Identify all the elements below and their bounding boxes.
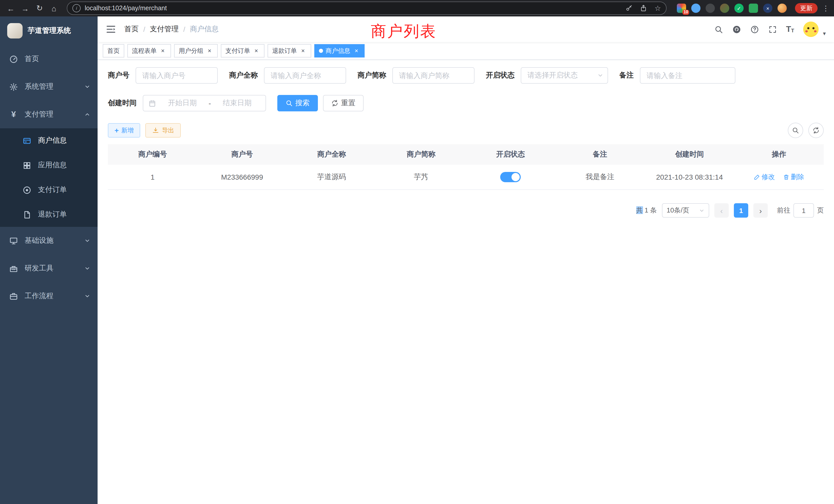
github-icon[interactable] <box>732 25 741 33</box>
page-number-current[interactable]: 1 <box>734 203 748 217</box>
sidebar-item-payment[interactable]: ¥ 支付管理 <box>0 100 97 128</box>
tab-home[interactable]: 首页 <box>103 44 124 58</box>
close-icon[interactable]: × <box>253 47 260 54</box>
breadcrumb-home[interactable]: 首页 <box>124 25 139 34</box>
remark-input[interactable] <box>640 67 736 84</box>
breadcrumb-current: 商户信息 <box>190 25 219 34</box>
back-icon: ← <box>7 4 15 13</box>
avatar-dropdown-caret-icon[interactable]: ▾ <box>823 30 826 37</box>
extension-icon[interactable] <box>749 4 758 13</box>
tab-label: 商户信息 <box>326 46 350 55</box>
home-icon: ⌂ <box>51 4 56 13</box>
merchant-no-input[interactable] <box>136 67 218 84</box>
sidebar-item-refund-order[interactable]: 退款订单 <box>0 202 97 227</box>
cell-status <box>466 172 555 182</box>
search-icon[interactable] <box>714 25 723 33</box>
home-button[interactable]: ⌂ <box>47 2 61 15</box>
sidebar-item-label: 退款订单 <box>38 210 67 219</box>
sidebar-item-infrastructure[interactable]: 基础设施 <box>0 227 97 255</box>
export-button[interactable]: 导出 <box>145 123 181 138</box>
tab-user-group[interactable]: 用户分组 × <box>174 44 218 58</box>
share-icon[interactable] <box>640 5 647 12</box>
sidebar-item-devtools[interactable]: 研发工具 <box>0 255 97 282</box>
app-title: 芋道管理系统 <box>28 26 71 36</box>
sidebar-item-system[interactable]: 系统管理 <box>0 73 97 100</box>
sidebar-item-app-info[interactable]: 应用信息 <box>0 153 97 178</box>
table-toolbar: + 新增 导出 <box>108 123 824 138</box>
sidebar-item-pay-order[interactable]: 支付订单 <box>0 178 97 202</box>
add-button[interactable]: + 新增 <box>108 123 140 138</box>
sidebar-toggle-icon[interactable] <box>106 24 116 35</box>
tab-refund-order[interactable]: 退款订单 × <box>267 44 311 58</box>
merchant-no-field: 商户号 <box>108 67 218 84</box>
total-suffix: 1 条 <box>643 206 657 214</box>
page-jump: 前往 页 <box>777 203 824 217</box>
delete-label: 删除 <box>791 173 804 182</box>
browser-update-button[interactable]: 更新 <box>795 3 817 13</box>
tab-flow-form[interactable]: 流程表单 × <box>127 44 171 58</box>
date-range-picker[interactable]: 开始日期 - 结束日期 <box>143 95 266 111</box>
pagination: 共 1 条 10条/页 ‹ 1 › 前往 页 <box>108 203 824 217</box>
toggle-search-button[interactable] <box>788 123 803 138</box>
refresh-icon <box>331 99 338 107</box>
prev-page-button[interactable]: ‹ <box>714 203 729 217</box>
sidebar-item-workflow[interactable]: 工作流程 <box>0 282 97 310</box>
extension-icon[interactable]: × <box>763 4 772 13</box>
extension-icon[interactable]: 10 <box>677 4 686 13</box>
status-toggle[interactable] <box>500 172 521 182</box>
close-icon[interactable]: × <box>159 47 167 54</box>
tab-merchant-info[interactable]: 商户信息 × <box>314 44 365 58</box>
status-select[interactable]: 请选择开启状态 <box>521 67 608 84</box>
col-status: 开启状态 <box>466 150 555 159</box>
extension-icon[interactable] <box>706 4 715 13</box>
sidebar-item-label: 支付订单 <box>38 185 67 194</box>
short-name-label: 商户简称 <box>357 71 386 80</box>
tab-label: 流程表单 <box>132 46 157 55</box>
back-button[interactable]: ← <box>4 2 18 15</box>
extension-icon[interactable] <box>720 4 729 13</box>
user-avatar[interactable] <box>804 22 819 37</box>
sidebar-item-merchant-info[interactable]: 商户信息 <box>0 128 97 153</box>
tab-pay-order[interactable]: 支付订单 × <box>221 44 264 58</box>
goto-label: 前往 <box>777 206 790 215</box>
fullscreen-icon[interactable] <box>768 25 777 33</box>
app-logo[interactable]: 芋道管理系统 <box>0 17 97 45</box>
edit-link[interactable]: 修改 <box>754 173 775 182</box>
refresh-icon <box>812 127 820 134</box>
end-date-placeholder: 结束日期 <box>214 98 260 108</box>
close-icon[interactable]: × <box>300 47 307 54</box>
bookmark-star-icon[interactable]: ☆ <box>655 5 661 12</box>
forward-button[interactable]: → <box>19 2 32 15</box>
help-icon[interactable] <box>750 25 759 33</box>
date-separator: - <box>208 99 211 107</box>
font-size-icon[interactable]: TT <box>786 25 794 33</box>
merchant-table: 商户编号 商户号 商户全称 商户简称 开启状态 备注 创建时间 操作 1 M23… <box>108 144 824 190</box>
extension-check-icon[interactable]: ✓ <box>734 4 744 13</box>
short-name-input[interactable] <box>392 67 475 84</box>
address-bar[interactable]: i localhost:1024/pay/merchant ☆ <box>67 2 666 15</box>
close-icon[interactable]: × <box>353 47 360 54</box>
sidebar-item-home[interactable]: 首页 <box>0 45 97 73</box>
extension-icon[interactable] <box>691 4 701 13</box>
browser-menu-icon[interactable]: ⋮ <box>822 4 830 12</box>
table-row: 1 M233666999 芋道源码 芋艿 我是备注 2021-10-23 08:… <box>108 165 824 190</box>
page-size-select[interactable]: 10条/页 <box>662 203 709 217</box>
next-page-button[interactable]: › <box>753 203 768 217</box>
search-button[interactable]: 搜索 <box>277 95 318 111</box>
filter-row-1: 商户号 商户全称 商户简称 开启状态 请选择开启状态 <box>108 67 824 84</box>
page-info-icon[interactable]: i <box>72 4 81 12</box>
key-icon[interactable] <box>626 5 633 12</box>
page-content: 商户号 商户全称 商户简称 开启状态 请选择开启状态 <box>97 60 834 504</box>
breadcrumb-payment[interactable]: 支付管理 <box>150 25 179 34</box>
reload-button[interactable]: ↻ <box>33 2 46 15</box>
refresh-table-button[interactable] <box>808 123 824 138</box>
profile-extension-icon[interactable] <box>777 4 787 13</box>
remark-label: 备注 <box>619 71 634 80</box>
full-name-input[interactable] <box>264 67 346 84</box>
close-icon[interactable]: × <box>206 47 213 54</box>
col-short-name: 商户简称 <box>376 150 466 159</box>
delete-link[interactable]: 删除 <box>783 173 804 182</box>
plus-icon: + <box>114 127 118 134</box>
reset-button[interactable]: 重置 <box>323 95 364 111</box>
goto-page-input[interactable] <box>793 203 814 217</box>
